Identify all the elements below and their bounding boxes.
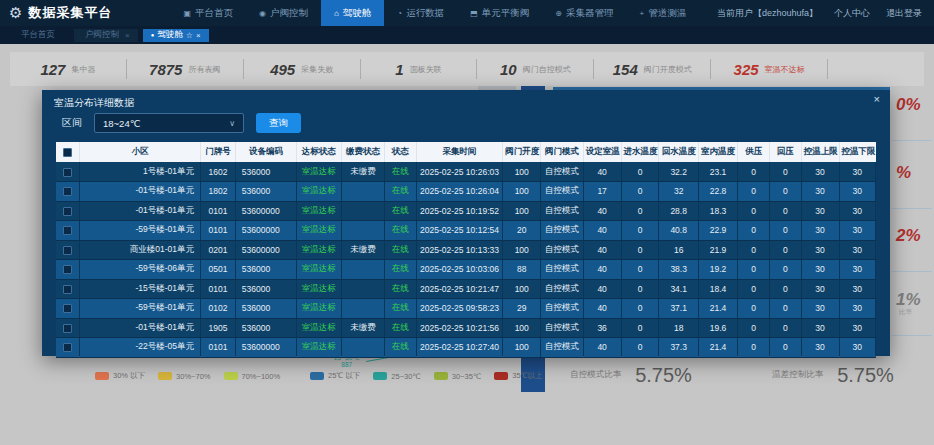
table-cell: 在线 bbox=[385, 221, 417, 241]
table-cell bbox=[341, 260, 384, 280]
stat-item: 127 集中器 bbox=[10, 59, 127, 79]
row-checkbox[interactable] bbox=[63, 343, 72, 352]
row-checkbox[interactable] bbox=[63, 187, 72, 196]
stat-value: 154 bbox=[613, 61, 638, 78]
tab[interactable]: 平台首页 bbox=[10, 29, 69, 42]
tab[interactable]: ● 驾驶舱 ☆ × bbox=[143, 29, 209, 42]
table-cell: 在线 bbox=[385, 338, 417, 358]
logout-link[interactable]: 退出登录 bbox=[886, 7, 922, 20]
column-header: 控温下限 bbox=[839, 142, 875, 162]
tab-label: 驾驶舱 bbox=[157, 29, 183, 41]
table-cell: 2025-02-25 10:21:47 bbox=[416, 279, 503, 299]
table-cell: 53600000 bbox=[235, 201, 296, 221]
nav-item[interactable]: ⊕ 采集器管理 bbox=[542, 0, 626, 26]
select-all-checkbox[interactable] bbox=[63, 148, 72, 157]
detail-table-wrap: 小区门牌号设备编码达标状态缴费状态状态采集时间阀门开度阀门模式设定室温进水温度回… bbox=[56, 142, 876, 358]
table-cell: 0 bbox=[621, 279, 659, 299]
nav-item[interactable]: ◔ 运行数据 bbox=[384, 0, 457, 26]
close-icon[interactable]: × bbox=[874, 93, 880, 105]
table-cell: 0 bbox=[738, 279, 770, 299]
row-checkbox[interactable] bbox=[63, 246, 72, 255]
legend-item: 30~35℃ bbox=[434, 371, 482, 381]
stat-value: 127 bbox=[40, 61, 65, 78]
table-cell: 0 bbox=[769, 240, 801, 260]
background-divider bbox=[892, 271, 932, 272]
table-cell: 0101 bbox=[201, 279, 236, 299]
table-cell: 0102 bbox=[201, 299, 236, 319]
tab-close-icon[interactable]: × bbox=[196, 31, 201, 40]
legend-item: 25℃ 以下 bbox=[310, 371, 360, 381]
nav-item[interactable]: ⌂ 驾驶舱 bbox=[321, 0, 384, 26]
nav-item[interactable]: ⬒ 单元平衡阀 bbox=[457, 0, 542, 26]
legend-item: 70%~100% bbox=[224, 371, 281, 381]
stat-item: 325 室温不达标 bbox=[711, 59, 828, 79]
row-checkbox[interactable] bbox=[63, 324, 72, 333]
table-cell: 0 bbox=[769, 221, 801, 241]
table-cell: 1905 bbox=[201, 318, 236, 338]
legend-swatch-icon bbox=[95, 372, 109, 380]
stat-item: 10 阀门自控模式 bbox=[477, 59, 594, 79]
stat-label: 采集失败 bbox=[301, 64, 333, 75]
table-row: -59号楼-06单元0501536000室温达标在线2025-02-25 10:… bbox=[56, 260, 876, 280]
tab-close-icon[interactable]: × bbox=[125, 31, 130, 40]
table-cell: 0 bbox=[738, 201, 770, 221]
app-header: ⚙ 数据采集平台 ▣ 平台首页 ◉ 户阀控制 ⌂ 驾驶舱 ◔ 运行数据 ⬒ 单元… bbox=[0, 0, 934, 26]
tab-star-icon[interactable]: ☆ bbox=[186, 31, 193, 40]
table-cell: 自控模式 bbox=[541, 201, 584, 221]
modal-filter-row: 区间 18~24℃ ∨ 查询 bbox=[62, 113, 301, 133]
query-button[interactable]: 查询 bbox=[256, 113, 301, 133]
table-cell: 100 bbox=[503, 201, 541, 221]
stat-value: 495 bbox=[270, 61, 295, 78]
table-cell: 30 bbox=[839, 201, 875, 221]
table-cell: 2025-02-25 10:26:03 bbox=[416, 162, 503, 182]
table-cell: 18.4 bbox=[698, 279, 737, 299]
row-checkbox[interactable] bbox=[63, 207, 72, 216]
interval-select[interactable]: 18~24℃ ∨ bbox=[94, 113, 244, 133]
tab[interactable]: 户阀控制 × bbox=[74, 29, 138, 42]
nav-item-icon: ▣ bbox=[183, 9, 191, 18]
table-cell: 在线 bbox=[385, 201, 417, 221]
stat-item: 154 阀门开度模式 bbox=[594, 59, 711, 79]
row-checkbox[interactable] bbox=[63, 285, 72, 294]
row-checkbox[interactable] bbox=[63, 226, 72, 235]
column-header: 达标状态 bbox=[296, 142, 341, 162]
table-cell: 0 bbox=[621, 162, 659, 182]
table-cell: 100 bbox=[503, 318, 541, 338]
header-user-area: 当前用户【dezhouhufa】 个人中心 退出登录 bbox=[717, 7, 934, 20]
legend-temperature: 25℃ 以下 25~30℃ 30~35℃ 35℃以上 bbox=[310, 371, 543, 381]
ratio-item: 自控模式比率 5.75% bbox=[530, 364, 732, 387]
row-checkbox[interactable] bbox=[63, 168, 72, 177]
table-cell: 30 bbox=[839, 318, 875, 338]
ratio-value: 5.75% bbox=[635, 364, 692, 387]
select-all-cell bbox=[56, 142, 80, 162]
table-cell: 40 bbox=[583, 299, 621, 319]
table-cell: -59号楼-01单元 bbox=[80, 299, 201, 319]
table-cell: 2025-02-25 10:21:56 bbox=[416, 318, 503, 338]
table-cell: 100 bbox=[503, 162, 541, 182]
column-header: 供压 bbox=[738, 142, 770, 162]
table-cell: 0 bbox=[621, 240, 659, 260]
nav-item-label: 单元平衡阀 bbox=[482, 7, 530, 20]
ratio-label: 自控模式比率 bbox=[570, 369, 621, 381]
table-cell: 17 bbox=[583, 182, 621, 202]
nav-item[interactable]: + 管道测温 bbox=[626, 0, 699, 26]
table-cell: -59号楼-01单元 bbox=[80, 221, 201, 241]
table-cell: 536000 bbox=[235, 318, 296, 338]
table-cell: 室温达标 bbox=[296, 221, 341, 241]
profile-link[interactable]: 个人中心 bbox=[834, 7, 870, 20]
table-cell: 40 bbox=[583, 260, 621, 280]
table-cell: 0 bbox=[738, 299, 770, 319]
chevron-down-icon: ∨ bbox=[229, 119, 235, 128]
row-checkbox[interactable] bbox=[63, 304, 72, 313]
nav-item[interactable]: ◉ 户阀控制 bbox=[246, 0, 321, 26]
table-cell: 40 bbox=[583, 221, 621, 241]
row-checkbox[interactable] bbox=[63, 265, 72, 274]
nav-item[interactable]: ▣ 平台首页 bbox=[170, 0, 246, 26]
table-cell: 室温达标 bbox=[296, 240, 341, 260]
column-header: 门牌号 bbox=[201, 142, 236, 162]
table-cell: 536000 bbox=[235, 162, 296, 182]
table-cell: 自控模式 bbox=[541, 260, 584, 280]
column-header: 缴费状态 bbox=[341, 142, 384, 162]
table-cell: 18.3 bbox=[698, 201, 737, 221]
nav-item-label: 平台首页 bbox=[195, 7, 233, 20]
